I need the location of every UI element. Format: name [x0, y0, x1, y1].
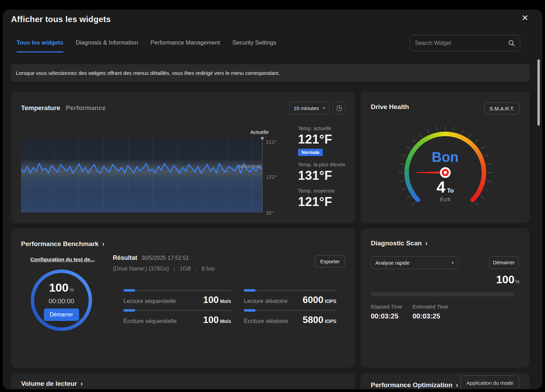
metric-rand-write: Écriture aléatoire 5800IOPS — [244, 310, 336, 325]
drive-health-widget[interactable]: Drive Health S.M.A.R.T. Bon 4To Écrit — [360, 91, 530, 223]
drive-volume-widget[interactable]: Volume de lecteur › — [11, 373, 355, 389]
temperature-stats: Temp. actuelle 121°F Normale Temp. la pl… — [298, 125, 353, 209]
drive-health-title: Drive Health — [371, 103, 409, 111]
stat-highest-value: 131°F — [298, 168, 353, 183]
tab-bar: Tous les widgets Diagnosis & Information… — [17, 39, 276, 52]
temperature-subtitle[interactable]: Performance — [66, 104, 106, 112]
benchmark-percent: 100 — [49, 281, 69, 294]
written-value: 4 — [436, 178, 445, 196]
page-title: Afficher tous les widgets — [11, 14, 111, 24]
temperature-plot — [21, 138, 262, 213]
chevron-down-icon: ▾ — [452, 261, 454, 265]
chevron-right-icon: › — [456, 381, 458, 389]
chevron-down-icon: ▾ — [323, 106, 325, 110]
y-tick-122: 122° — [266, 174, 277, 180]
metric-seq-read: Lecture séquentielle 100Mo/s — [123, 290, 231, 305]
export-button[interactable]: Exporter — [315, 255, 345, 267]
result-meta: (Drive Name:) (378Go) | 1GB | 6 fois — [113, 266, 215, 272]
chevron-right-icon: › — [80, 380, 83, 388]
search-widget-box — [410, 35, 520, 51]
performance-optimization-title[interactable]: Performance Optimization — [371, 381, 453, 389]
tab-security-settings[interactable]: Security Settings — [232, 39, 276, 52]
current-marker-label: Actuelle — [250, 129, 269, 135]
diagnostic-start-button[interactable]: Démarrer — [489, 256, 518, 269]
size-meta: 1GB — [180, 266, 191, 272]
volume-title[interactable]: Volume de lecteur — [21, 380, 77, 388]
written-label: Écrit — [392, 196, 499, 202]
diagnostic-scan-widget[interactable]: Diagnostic Scan › Analyse rapide ▾ Démar… — [360, 228, 530, 368]
diagnostic-title[interactable]: Diagnostic Scan — [371, 239, 422, 247]
chevron-right-icon: › — [102, 240, 105, 248]
info-banner: Lorsque vous sélectionnez des widgets of… — [11, 64, 530, 82]
elapsed-time-label: Elapsed Time — [371, 304, 413, 310]
search-input[interactable] — [415, 40, 508, 46]
close-button[interactable]: ✕ — [522, 14, 528, 22]
written-unit: To — [447, 187, 454, 194]
smart-button[interactable]: S.M.A.R.T. — [484, 102, 519, 115]
status-badge: Normale — [298, 149, 323, 156]
metric-rand-read: Lecture aléatoire 6000IOPS — [244, 290, 336, 305]
diagnostic-percent: 100 — [496, 273, 514, 286]
scan-type-select[interactable]: Analyse rapide ▾ — [371, 256, 458, 269]
stat-highest-label: Temp. la plus élevée — [298, 161, 353, 167]
benchmark-metrics: Lecture séquentielle 100Mo/s Lecture alé… — [123, 290, 336, 325]
count-meta: 6 fois — [202, 266, 215, 272]
stat-average-value: 121°F — [298, 195, 353, 209]
temperature-widget[interactable]: Temperature Performance 10 minutes ▾ A — [11, 91, 355, 223]
benchmark-elapsed: 00:00:00 — [30, 297, 93, 305]
performance-optimization-widget[interactable]: Performance Optimization › Application d… — [360, 373, 530, 389]
stat-average-label: Temp. moyenne — [298, 188, 353, 194]
benchmark-title[interactable]: Performance Benchmark — [21, 240, 99, 248]
stat-current-label: Temp. actuelle — [298, 125, 353, 131]
benchmark-start-button[interactable]: Démarrer — [44, 308, 79, 321]
widgets-grid: Temperature Performance 10 minutes ▾ A — [11, 91, 530, 389]
health-status: Bon — [392, 149, 499, 165]
average-line-label: Moyen(ne) — [238, 164, 261, 169]
tab-tous-les-widgets[interactable]: Tous les widgets — [17, 39, 63, 52]
temperature-chart: Actuelle 212° 122° 32° Moyen(ne) — [21, 129, 283, 215]
result-timestamp: 30/5/2025 17:52:51 — [141, 255, 189, 261]
performance-benchmark-widget[interactable]: Performance Benchmark › Configuration du… — [11, 228, 355, 368]
scrollbar-thumb[interactable] — [537, 59, 540, 126]
diagnostic-progress-bar — [371, 292, 514, 296]
mode-application-button[interactable]: Application du mode — [460, 375, 519, 389]
health-gauge: Bon 4To Écrit — [392, 126, 499, 223]
current-marker-line — [262, 138, 262, 213]
estimated-time-value: 00:03:25 — [413, 312, 448, 320]
tab-performance-management[interactable]: Performance Management — [150, 39, 220, 52]
result-label: Résultat — [113, 254, 137, 262]
search-icon[interactable] — [508, 40, 515, 47]
stat-current-value: 121°F — [298, 132, 353, 147]
drive-meta: (Drive Name:) (378Go) — [113, 266, 169, 272]
chevron-right-icon: › — [425, 239, 428, 247]
test-configuration-link[interactable]: Configuration du test de... — [30, 256, 95, 262]
metric-seq-write: Écriture séquentielle 100Mo/s — [123, 310, 231, 325]
temperature-title: Temperature — [21, 104, 60, 112]
y-tick-32: 32° — [266, 210, 274, 216]
y-tick-212: 212° — [266, 139, 277, 145]
time-range-select[interactable]: 10 minutes ▾ — [289, 102, 329, 115]
history-clock-button[interactable] — [333, 102, 346, 115]
estimated-time-label: Estimated Time — [413, 304, 448, 310]
history-clock-icon — [336, 105, 343, 112]
tab-diagnosis-information[interactable]: Diagnosis & Information — [76, 39, 138, 52]
elapsed-time-value: 00:03:25 — [371, 312, 413, 320]
widgets-modal: Afficher tous les widgets ✕ Tous les wid… — [3, 10, 542, 389]
benchmark-progress-ring: 100% 00:00:00 Démarrer — [30, 268, 93, 332]
